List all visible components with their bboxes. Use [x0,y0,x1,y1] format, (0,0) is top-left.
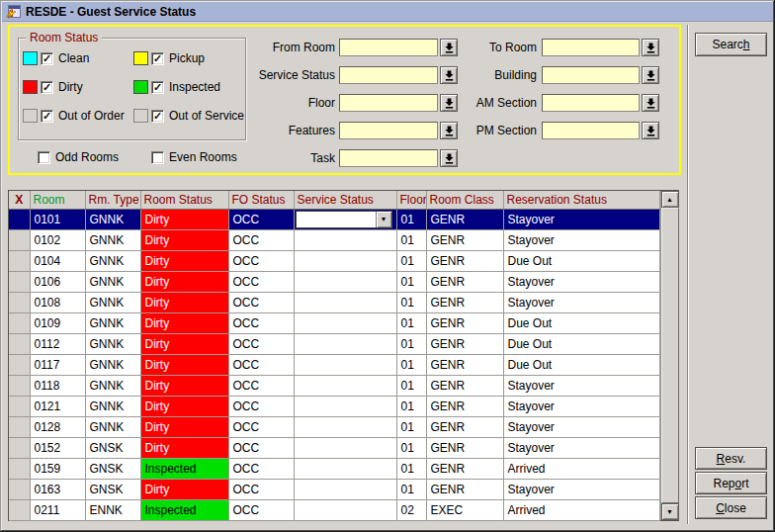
cell-floor[interactable]: 01 [396,416,426,437]
cell-floor[interactable]: 01 [396,458,426,479]
table-row[interactable]: 0106GNNKDirtyOCC01GENRStayover [9,271,659,292]
cell-room-class[interactable]: GENR [426,458,503,479]
cell-fo-status[interactable]: OCC [228,229,294,250]
service-status-combo[interactable]: ▼ [296,211,392,228]
cell-room-status[interactable]: Dirty [140,271,228,292]
cell-room-class[interactable]: GENR [426,312,503,333]
cell-room-status[interactable]: Inspected [140,499,228,520]
cell-fo-status[interactable]: OCC [228,271,294,292]
resv-button[interactable]: Resv. [695,447,767,470]
table-row[interactable]: 0112GNNKDirtyOCC01GENRDue Out [9,333,659,354]
cell-reservation-status[interactable]: Stayover [503,437,659,458]
cell-service-status[interactable] [294,375,396,396]
cell-x[interactable] [9,271,30,292]
cell-reservation-status[interactable]: Stayover [503,396,659,416]
cell-floor[interactable]: 01 [396,396,426,416]
cell-x[interactable] [9,416,30,437]
floor-input[interactable] [339,94,438,112]
cell-service-status[interactable] [294,333,396,354]
cell-fo-status[interactable]: OCC [228,292,294,312]
cell-fo-status[interactable]: OCC [228,479,294,499]
cell-room-class[interactable]: GENR [426,250,503,271]
cell-service-status[interactable] [294,354,396,375]
cell-x[interactable] [9,209,30,229]
table-row[interactable]: 0121GNNKDirtyOCC01GENRStayover [9,396,659,416]
cell-room[interactable]: 0106 [30,271,85,292]
cell-rm-type[interactable]: GNNK [85,271,140,292]
cell-rm-type[interactable]: GNNK [85,250,140,271]
cell-x[interactable] [9,499,30,520]
cell-reservation-status[interactable]: Arrived [503,499,659,520]
cell-room[interactable]: 0159 [30,458,85,479]
cell-x[interactable] [9,354,30,375]
am-section-input[interactable] [542,94,640,112]
cell-room-class[interactable]: GENR [426,375,503,396]
cell-rm-type[interactable]: GNNK [85,229,140,250]
cell-service-status[interactable] [294,479,396,499]
cell-fo-status[interactable]: OCC [228,499,294,520]
cell-room-class[interactable]: GENR [426,437,503,458]
cell-room[interactable]: 0109 [30,312,85,333]
cell-x[interactable] [9,250,30,271]
cell-floor[interactable]: 01 [396,375,426,396]
cell-floor[interactable]: 01 [396,292,426,312]
cell-room-status[interactable]: Dirty [140,437,228,458]
cell-x[interactable] [9,292,30,312]
cell-room-class[interactable]: GENR [426,416,503,437]
cell-floor[interactable]: 01 [396,479,426,499]
cell-x[interactable] [9,458,30,479]
table-row[interactable]: 0118GNNKDirtyOCC01GENRStayover [9,375,659,396]
cell-rm-type[interactable]: GNNK [85,292,140,312]
cell-room-status[interactable]: Dirty [140,333,228,354]
cell-room[interactable]: 0163 [30,479,85,499]
table-row[interactable]: 0101GNNKDirtyOCC▼01GENRStayover [9,209,659,229]
cell-room-status[interactable]: Dirty [140,250,228,271]
clean-checkbox[interactable]: ✓ [41,52,53,65]
cell-room-class[interactable]: GENR [426,271,503,292]
cell-reservation-status[interactable]: Stayover [503,229,659,250]
cell-room[interactable]: 0121 [30,396,85,416]
cell-reservation-status[interactable]: Due Out [503,354,659,375]
cell-service-status[interactable] [294,499,396,520]
cell-x[interactable] [9,333,30,354]
cell-room-status[interactable]: Dirty [140,209,228,229]
cell-fo-status[interactable]: OCC [228,333,294,354]
cell-room-class[interactable]: GENR [426,209,503,229]
cell-room-class[interactable]: GENR [426,354,503,375]
cell-room-class[interactable]: GENR [426,229,503,250]
table-row[interactable]: 0211ENNKInspectedOCC02EXECArrived [9,499,659,520]
table-scrollbar[interactable]: ▲ ▼ [660,191,679,520]
cell-floor[interactable]: 02 [396,499,426,520]
table-row[interactable]: 0109GNNKDirtyOCC01GENRDue Out [9,312,659,333]
cell-fo-status[interactable]: OCC [228,209,294,229]
cell-room-status[interactable]: Dirty [140,312,228,333]
cell-fo-status[interactable]: OCC [228,458,294,479]
cell-room-class[interactable]: EXEC [426,499,503,520]
cell-service-status[interactable] [294,396,396,416]
cell-fo-status[interactable]: OCC [228,416,294,437]
cell-room-status[interactable]: Dirty [140,416,228,437]
cell-floor[interactable]: 01 [396,312,426,333]
cell-reservation-status[interactable]: Stayover [503,271,659,292]
cell-room[interactable]: 0128 [30,416,85,437]
cell-reservation-status[interactable]: Stayover [503,416,659,437]
cell-reservation-status[interactable]: Due Out [503,333,659,354]
cell-rm-type[interactable]: GNNK [85,354,140,375]
search-button[interactable]: Search [695,33,767,56]
building-lov-button[interactable] [642,66,659,84]
cell-room-status[interactable]: Dirty [140,229,228,250]
cell-service-status[interactable] [294,250,396,271]
cell-fo-status[interactable]: OCC [228,396,294,416]
cell-fo-status[interactable]: OCC [228,312,294,333]
cell-room-class[interactable]: GENR [426,396,503,416]
table-row[interactable]: 0159GNSKInspectedOCC01GENRArrived [9,458,659,479]
cell-room[interactable]: 0211 [30,499,85,520]
cell-service-status[interactable] [294,437,396,458]
cell-room-status[interactable]: Dirty [140,396,228,416]
cell-x[interactable] [9,375,30,396]
scroll-up-icon[interactable]: ▲ [661,191,679,208]
cell-x[interactable] [9,229,30,250]
cell-service-status[interactable] [294,416,396,437]
cell-floor[interactable]: 01 [396,437,426,458]
cell-room-status[interactable]: Dirty [140,292,228,312]
